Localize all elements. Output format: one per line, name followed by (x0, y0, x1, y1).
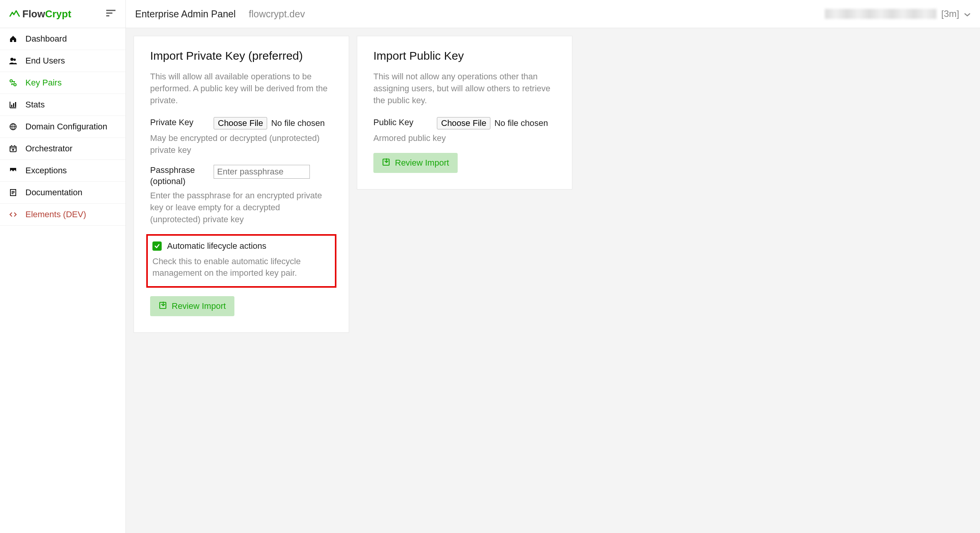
svg-rect-15 (15, 102, 16, 107)
card-title: Import Private Key (preferred) (150, 49, 333, 62)
user-info-blurred (825, 9, 937, 19)
review-import-button[interactable]: Review Import (373, 153, 458, 173)
import-private-key-card: Import Private Key (preferred) This will… (134, 36, 349, 333)
public-key-helper: Armored public key (373, 132, 556, 144)
stats-icon (8, 101, 18, 109)
globe-icon (8, 122, 18, 131)
logo-crypt: Crypt (45, 8, 71, 20)
card-title: Import Public Key (373, 49, 556, 62)
public-key-file-chooser: Choose File No file chosen (437, 117, 548, 129)
key-icon (8, 79, 18, 87)
broken-image-icon (8, 166, 18, 175)
sidebar-item-label: Stats (25, 100, 45, 110)
automatic-lifecycle-label: Automatic lifecycle actions (167, 241, 266, 251)
sidebar-item-exceptions[interactable]: Exceptions (0, 160, 125, 182)
domain-text: flowcrypt.dev (249, 8, 305, 20)
sidebar-item-label: Key Pairs (25, 78, 62, 88)
topbar-main: Enterprise Admin Panel flowcrypt.dev [3m… (126, 8, 980, 20)
sidebar-item-domain-configuration[interactable]: Domain Configuration (0, 116, 125, 138)
logo-block: FlowCrypt (0, 0, 126, 28)
import-public-key-card: Import Public Key This will not allow an… (357, 36, 572, 189)
private-key-helper: May be encrypted or decrypted (unprotect… (150, 132, 333, 156)
sidebar-item-dashboard[interactable]: Dashboard (0, 28, 125, 50)
sidebar-item-label: Dashboard (25, 34, 67, 44)
code-icon (8, 210, 18, 219)
card-description: This will allow all available operations… (150, 71, 333, 106)
svg-point-3 (10, 58, 13, 61)
topbar: FlowCrypt Enterprise Admin Panel flowcry… (0, 0, 980, 28)
logo-icon (9, 9, 20, 18)
public-key-row: Public Key Choose File No file chosen Ar… (373, 117, 556, 144)
chevron-down-icon (964, 8, 971, 19)
sidebar-item-label: End Users (25, 56, 65, 66)
user-dropdown[interactable]: [3m] (825, 8, 971, 19)
private-key-row: Private Key Choose File No file chosen M… (150, 117, 333, 156)
import-icon (382, 158, 390, 168)
sidebar-item-label: Domain Configuration (25, 122, 107, 132)
sidebar-item-end-users[interactable]: End Users (0, 50, 125, 72)
review-import-label: Review Import (395, 158, 449, 168)
svg-point-23 (12, 149, 14, 151)
review-import-label: Review Import (172, 301, 226, 311)
private-key-label: Private Key (150, 117, 206, 128)
logo-flow: Flow (22, 8, 45, 20)
sidebar-item-label: Orchestrator (25, 144, 72, 154)
automatic-lifecycle-row: Automatic lifecycle actions (150, 241, 333, 251)
sidebar-item-label: Documentation (25, 188, 82, 198)
highlighted-section: Automatic lifecycle actions Check this t… (146, 234, 336, 288)
sidebar-item-documentation[interactable]: Documentation (0, 182, 125, 204)
calendar-icon (8, 144, 18, 153)
public-key-label: Public Key (373, 117, 429, 128)
choose-file-button[interactable]: Choose File (437, 117, 490, 129)
passphrase-input[interactable] (214, 165, 310, 179)
sidebar: Dashboard End Users Key Pairs Stats Doma… (0, 28, 126, 533)
sidebar-item-orchestrator[interactable]: Orchestrator (0, 138, 125, 160)
review-import-button[interactable]: Review Import (150, 296, 234, 316)
private-key-file-chooser: Choose File No file chosen (214, 117, 325, 129)
logo-text[interactable]: FlowCrypt (22, 8, 71, 20)
sidebar-item-label: Exceptions (25, 166, 67, 176)
panel-title: Enterprise Admin Panel (135, 8, 236, 20)
passphrase-helper: Enter the passphrase for an encrypted pr… (150, 190, 333, 225)
passphrase-row: Passphrase (optional) Enter the passphra… (150, 165, 333, 226)
automatic-lifecycle-helper: Check this to enable automatic lifecycle… (150, 256, 333, 280)
users-icon (8, 57, 18, 65)
automatic-lifecycle-checkbox[interactable] (152, 241, 162, 251)
main-content: Import Private Key (preferred) This will… (126, 28, 980, 533)
session-time: [3m] (941, 8, 959, 19)
passphrase-label: Passphrase (optional) (150, 165, 206, 187)
svg-point-4 (13, 59, 16, 61)
card-description: This will not allow any operations other… (373, 71, 556, 106)
home-icon (8, 35, 18, 43)
sidebar-item-stats[interactable]: Stats (0, 94, 125, 116)
sidebar-item-key-pairs[interactable]: Key Pairs (0, 72, 125, 94)
menu-toggle-icon[interactable] (106, 10, 115, 18)
choose-file-button[interactable]: Choose File (214, 117, 267, 129)
import-icon (159, 301, 167, 312)
sidebar-item-label: Elements (DEV) (25, 210, 86, 220)
svg-rect-13 (11, 105, 12, 107)
document-icon (8, 188, 18, 197)
sidebar-item-elements-dev[interactable]: Elements (DEV) (0, 204, 125, 226)
svg-rect-14 (13, 103, 14, 107)
file-status: No file chosen (494, 118, 548, 128)
file-status: No file chosen (271, 118, 324, 128)
